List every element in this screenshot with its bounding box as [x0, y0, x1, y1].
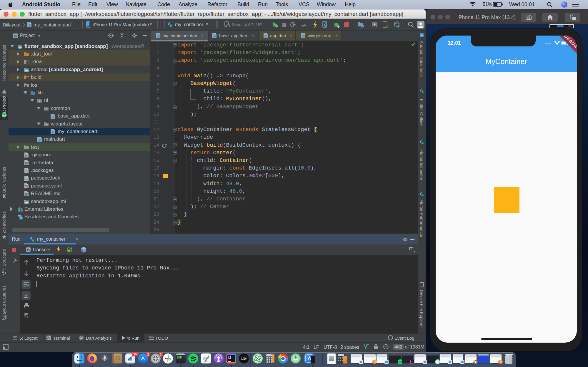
- svg-text:YML: YML: [24, 186, 28, 188]
